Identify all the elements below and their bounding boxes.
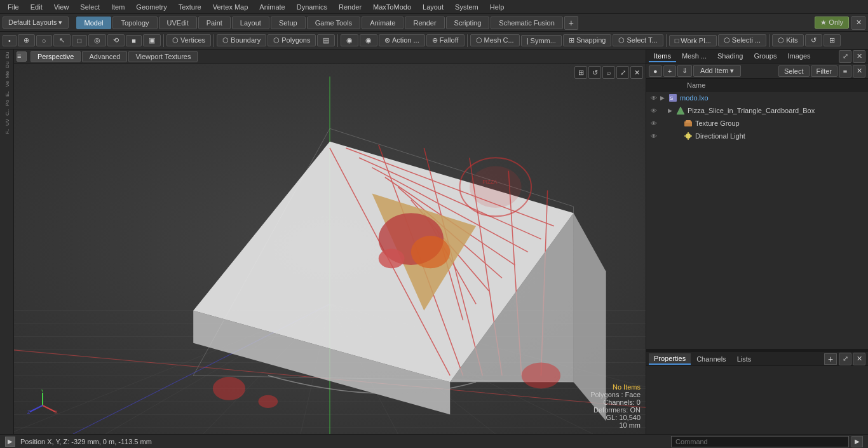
props-tab-lists[interactable]: Lists [732, 354, 757, 364]
item-arrow-modo[interactable]: ▶ [660, 95, 668, 101]
add-item-dropdown[interactable]: Add Item ▾ [693, 65, 741, 77]
grid2-button[interactable]: ⊞ [824, 34, 841, 46]
vp-tab-advanced[interactable]: Advanced [82, 51, 127, 62]
item-eye-modo[interactable]: 👁 [649, 93, 659, 103]
tab-model[interactable]: Model [76, 17, 112, 29]
viewport-3d[interactable]: PIZZA [14, 64, 646, 434]
symm-button[interactable]: | Symm... [521, 35, 562, 46]
menu-maxtomodo[interactable]: MaxToModo [368, 2, 416, 12]
square-button[interactable]: ■ [126, 35, 142, 46]
vertices-button[interactable]: ⬡ Vertices [166, 34, 211, 46]
items-select-btn[interactable]: Select [778, 65, 810, 77]
tab-schematic-fusion[interactable]: Schematic Fusion [491, 17, 562, 29]
rotate-button[interactable]: ◎ [88, 34, 106, 46]
menu-system[interactable]: System [450, 2, 484, 12]
menu-select[interactable]: Select [75, 2, 105, 12]
sidebar-item-du2[interactable]: Du [1, 60, 13, 69]
snapping-button[interactable]: ⊞ Snapping [563, 34, 612, 46]
tab-render[interactable]: Render [405, 17, 444, 29]
items-tab-items[interactable]: Items [649, 51, 676, 62]
sidebar-item-ve[interactable]: Ve [1, 79, 13, 88]
menu-item[interactable]: Item [106, 2, 130, 12]
menu-edit[interactable]: Edit [25, 2, 48, 12]
menu-texture[interactable]: Texture [173, 2, 207, 12]
menu-vertex-map[interactable]: Vertex Map [208, 2, 254, 12]
props-close-btn[interactable]: ✕ [853, 353, 865, 365]
undo-button[interactable]: ⟲ [107, 34, 125, 46]
viewport-menu-btn[interactable]: ≡ [17, 51, 27, 62]
dot-button[interactable]: • [3, 35, 17, 46]
item-eye-pizza[interactable]: 👁 [649, 105, 659, 116]
mesh-type-button[interactable]: ▤ [317, 34, 335, 46]
selection-button[interactable]: ⬡ Selecti ... [718, 34, 766, 46]
menu-animate[interactable]: Animate [254, 2, 290, 12]
menu-render[interactable]: Render [334, 2, 367, 12]
items-tab-images[interactable]: Images [782, 51, 815, 62]
action-button[interactable]: ⊗ Action ... [379, 34, 424, 46]
vp-frame-btn[interactable]: ⊞ [574, 66, 587, 79]
mesh-c-button[interactable]: ⬡ Mesh C... [470, 34, 520, 46]
grid-button[interactable]: ▣ [143, 34, 161, 46]
vp-tab-textures[interactable]: Viewport Textures [128, 51, 198, 62]
add-item-btn-eye2[interactable]: + [663, 65, 676, 77]
menu-view[interactable]: View [49, 2, 74, 12]
item-row-modo[interactable]: 👁 ▶ S modo.lxo [646, 92, 868, 104]
refresh-button[interactable]: ↺ [805, 34, 822, 46]
tab-setup[interactable]: Setup [271, 17, 306, 29]
props-tab-properties[interactable]: Properties [649, 353, 691, 365]
layout-dropdown[interactable]: Default Layouts ▾ [3, 17, 69, 29]
add-item-btn-eye3[interactable]: ⇓ [677, 65, 692, 77]
status-menu-btn[interactable]: ▶ [5, 437, 15, 447]
close-star-button[interactable]: ✕ [851, 16, 865, 30]
sidebar-item-du1[interactable]: Du [1, 51, 13, 60]
tab-scripting[interactable]: Scripting [446, 17, 490, 29]
menu-dynamics[interactable]: Dynamics [292, 2, 332, 12]
sym2-button[interactable]: ◉ [360, 34, 377, 46]
vp-zoom-btn[interactable]: ⌕ [602, 66, 615, 79]
sidebar-item-me[interactable]: Me [1, 70, 13, 79]
vp-close-btn[interactable]: ✕ [630, 66, 643, 79]
tab-layout[interactable]: Layout [232, 17, 269, 29]
star-only-button[interactable]: ★ Only [815, 17, 849, 29]
item-row-pizza[interactable]: 👁 ▶ Pizza_Slice_in_Triangle_Cardboard_Bo… [646, 104, 868, 117]
sym-button[interactable]: ◉ [341, 34, 358, 46]
items-filter-btn[interactable]: Filter [811, 65, 837, 77]
items-options-btn[interactable]: ≡ [839, 65, 851, 78]
items-close-btn[interactable]: ✕ [853, 65, 865, 78]
sidebar-item-po[interactable]: Po [1, 98, 13, 107]
work-plane-button[interactable]: □ Work Pl... [669, 35, 717, 46]
sidebar-item-e[interactable]: E.. [1, 89, 13, 98]
props-add-button[interactable]: + [824, 353, 837, 365]
boundary-button[interactable]: ⬡ Boundary [217, 34, 266, 46]
add-item-btn-eye1[interactable]: ● [649, 65, 662, 77]
item-row-texture-group[interactable]: 👁 Texture Group [646, 117, 868, 130]
add-tab-button[interactable]: + [564, 16, 578, 30]
items-expand-btn[interactable]: ⤢ [839, 50, 851, 63]
item-row-light[interactable]: 👁 Directional Light [646, 130, 868, 142]
menu-file[interactable]: File [3, 2, 24, 12]
select-rect-button[interactable]: □ [72, 35, 88, 46]
tab-topology[interactable]: Topology [112, 17, 157, 29]
sidebar-item-c[interactable]: C.. [1, 108, 13, 117]
props-tab-channels[interactable]: Channels [691, 354, 731, 364]
props-expand-btn[interactable]: ⤢ [839, 353, 851, 365]
items-config-btn[interactable]: ✕ [853, 50, 865, 63]
target-button[interactable]: ⊕ [18, 34, 35, 46]
menu-layout[interactable]: Layout [417, 2, 449, 12]
select-t-button[interactable]: ⬡ Select T... [613, 34, 663, 46]
falloff-button[interactable]: ⊕ Falloff [426, 34, 465, 46]
command-run-btn[interactable]: ▶ [851, 436, 863, 447]
polygons-button[interactable]: ⬡ Polygons [268, 34, 316, 46]
item-eye-light[interactable]: 👁 [649, 131, 659, 141]
vp-tab-perspective[interactable]: Perspective [31, 51, 81, 62]
items-tab-mesh[interactable]: Mesh ... [677, 51, 712, 62]
tab-game-tools[interactable]: Game Tools [307, 17, 361, 29]
tab-animate[interactable]: Animate [362, 17, 403, 29]
items-tab-shading[interactable]: Shading [712, 51, 748, 62]
tab-paint[interactable]: Paint [198, 17, 231, 29]
sidebar-item-f[interactable]: F.. [1, 127, 13, 136]
kits-button[interactable]: ⬡ Kits [772, 34, 803, 46]
item-eye-texture[interactable]: 👁 [649, 118, 659, 128]
tab-uvedit[interactable]: UVEdit [159, 17, 197, 29]
arrow-button[interactable]: ↖ [53, 34, 71, 46]
